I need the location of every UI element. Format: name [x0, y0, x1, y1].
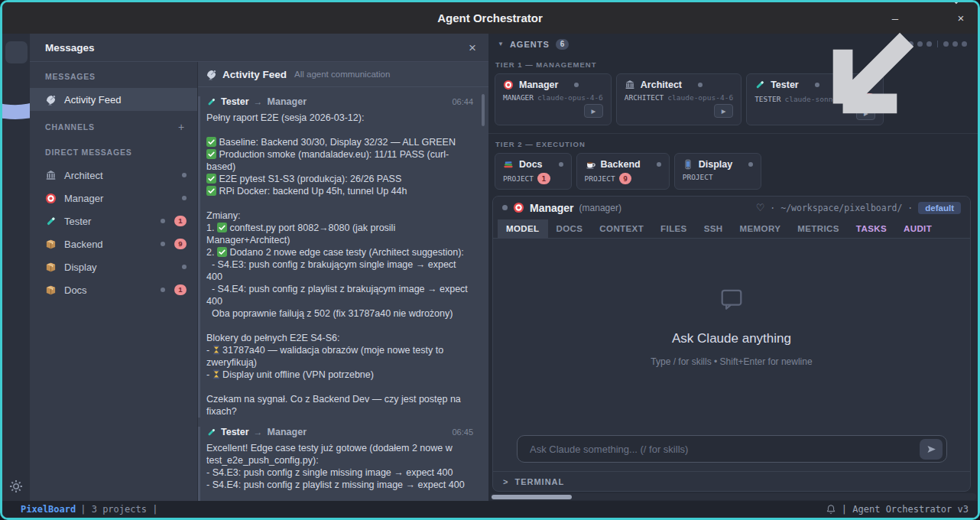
start-agent-button[interactable]: ▶: [714, 104, 733, 118]
terminal-toggle[interactable]: > TERMINAL: [493, 471, 970, 491]
window-controls: – ×: [889, 2, 967, 34]
agent-card-top: Backend: [585, 159, 661, 170]
agent-status-dot: [502, 205, 508, 210]
check-icon: [206, 149, 216, 159]
agent-card-meta: PROJECT: [683, 173, 753, 181]
workspace-path: · ~/workspace/pixelboard/ ·: [770, 203, 913, 213]
target-icon: [45, 193, 57, 204]
messages-sidebar: MESSAGES Activity Feed CHANNELS + DIRECT…: [30, 62, 198, 501]
sidebar-item-label: Activity Feed: [64, 94, 121, 106]
maximize-button[interactable]: [922, 12, 934, 24]
presence-dot: [182, 173, 187, 177]
tab-files[interactable]: FILES: [652, 219, 696, 238]
sidebar-item-display[interactable]: Display: [30, 255, 197, 278]
detail-panel-header: Manager (manager) ♡ · ~/workspace/pixelb…: [493, 197, 970, 219]
activity-rail: [2, 34, 30, 501]
add-channel-button[interactable]: +: [178, 121, 185, 133]
dm-list: ArchitectManagerTester1Backend9DisplayDo…: [30, 164, 197, 301]
sidebar-item-docs[interactable]: Docs1: [30, 278, 197, 301]
target-icon: [503, 80, 514, 90]
dm-section-label: DIRECT MESSAGES: [30, 140, 197, 164]
messages-panel-title: Messages: [45, 42, 95, 54]
close-messages-button[interactable]: ×: [469, 41, 476, 54]
detail-tabs: MODELDOCSCONTEXTFILESSSHMEMORYMETRICSTAS…: [493, 219, 970, 239]
agent-card-meta: PROJECT9: [585, 173, 661, 184]
sidebar-item-manager[interactable]: Manager: [30, 187, 197, 210]
presence-dot: [161, 288, 165, 292]
bell-icon[interactable]: [826, 504, 836, 515]
feed-message: Tester→Manager06:45Excellent! Edge case …: [198, 427, 488, 501]
unread-badge: 1: [174, 216, 187, 226]
unread-badge: 9: [174, 239, 187, 249]
tab-tasks[interactable]: TASKS: [848, 219, 895, 238]
sidebar-item-architect[interactable]: Architect: [30, 164, 197, 187]
sidebar-item-backend[interactable]: Backend9: [30, 232, 197, 255]
message-recipient: Manager: [268, 427, 307, 437]
messages-panel-header: Messages ×: [30, 34, 488, 62]
check-icon: [206, 137, 216, 147]
tab-context[interactable]: CONTEXT: [591, 219, 652, 238]
message-sender: Tester: [221, 96, 249, 107]
title-bar: Agent Orchestrator – ×: [2, 2, 978, 34]
agent-card-top: Architect: [625, 80, 733, 90]
statusbar-projects: | 3 projects |: [80, 504, 157, 515]
tab-ssh[interactable]: SSH: [696, 219, 732, 238]
agent-card-meta: MANAGERclaude-opus-4-6: [503, 93, 603, 102]
sidebar-item-activity-feed[interactable]: Activity Feed: [30, 88, 197, 111]
agent-detail-panel: Manager (manager) ♡ · ~/workspace/pixelb…: [492, 196, 971, 492]
check-icon: [217, 223, 227, 232]
detail-agent-role: (manager): [579, 203, 621, 213]
activity-feed-subtitle: All agent communication: [294, 70, 390, 79]
agent-card-name: Manager: [519, 80, 558, 90]
tab-audit[interactable]: AUDIT: [895, 219, 940, 238]
app-window: Agent Orchestrator – × Messages × MESSAG…: [0, 0, 980, 520]
activity-feed-header: Activity Feed All agent communication: [198, 62, 488, 87]
ask-input-row: [493, 434, 970, 471]
agent-card-architect[interactable]: ArchitectARCHITECTclaude-opus-4-6▶: [616, 73, 741, 125]
coffee-icon: [585, 159, 595, 170]
agent-card-name: Backend: [601, 159, 641, 170]
tab-docs[interactable]: DOCS: [548, 219, 592, 238]
send-button[interactable]: [920, 439, 943, 460]
start-agent-button[interactable]: ▶: [584, 104, 603, 118]
tab-metrics[interactable]: METRICS: [789, 219, 848, 238]
tab-memory[interactable]: MEMORY: [732, 219, 790, 238]
testtube-icon: [45, 216, 57, 227]
presence-dot: [182, 196, 187, 200]
sidebar-item-label: Tester: [64, 216, 91, 227]
sidebar-item-label: Docs: [64, 284, 87, 296]
message-body: Pełny raport E2E (sesja 2026-03-12): Bas…: [206, 112, 473, 418]
check-icon: [206, 174, 216, 184]
building-icon: [45, 170, 57, 181]
feed-message-header: Tester→Manager06:45: [206, 427, 473, 437]
agent-card-docs[interactable]: DocsPROJECT1: [495, 153, 572, 189]
horizontal-scrollbar-thumb[interactable]: [492, 495, 572, 499]
agent-role: TESTER: [754, 95, 780, 103]
detail-agent-name: Manager: [530, 202, 574, 214]
heart-icon[interactable]: ♡: [756, 202, 765, 213]
agent-card-manager[interactable]: ManagerMANAGERclaude-opus-4-6▶: [495, 73, 612, 125]
sidebar-item-tester[interactable]: Tester1: [30, 210, 197, 232]
message-recipient: Manager: [268, 96, 307, 107]
activity-feed-panel: Activity Feed All agent communication Te…: [198, 62, 488, 501]
messages-section-label: MESSAGES: [30, 62, 197, 88]
feed-scrollbar-thumb[interactable]: [482, 94, 485, 126]
close-icon: ×: [958, 11, 965, 24]
agent-card-name: Display: [699, 159, 732, 170]
settings-gear-button[interactable]: [9, 479, 23, 493]
terminal-label: TERMINAL: [514, 477, 564, 486]
agent-card-display[interactable]: DisplayPROJECT: [674, 153, 761, 189]
statusbar-version: | Agent Orchestrator v3: [842, 504, 969, 515]
channels-section-label: CHANNELS +: [30, 111, 197, 140]
feed-message-header: Tester→Manager06:44: [206, 96, 473, 107]
message-timestamp: 06:44: [452, 97, 473, 106]
building-icon: [625, 80, 635, 90]
agent-role: PROJECT: [683, 173, 713, 181]
close-button[interactable]: ×: [955, 12, 967, 24]
default-profile-badge[interactable]: default: [918, 202, 961, 214]
messages-rail-button[interactable]: [5, 41, 28, 63]
agent-card-backend[interactable]: BackendPROJECT9: [576, 153, 670, 189]
agent-card-meta: PROJECT1: [503, 173, 563, 184]
tab-model[interactable]: MODEL: [498, 219, 548, 238]
ask-claude-input[interactable]: [530, 444, 920, 455]
